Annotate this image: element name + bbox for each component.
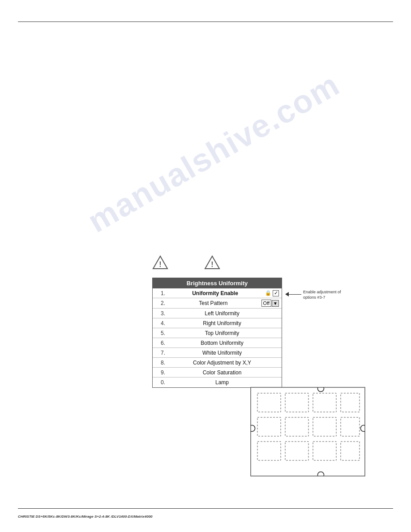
annotation: Enable adjustment of options #3-7 [285,290,341,300]
row-label-2: Test Pattern [165,300,261,306]
top-rule [18,21,393,22]
menu-row-right-uniformity: 4. Right Uniformity [153,318,282,328]
bottom-rule [18,508,393,509]
row-label-7: White Uniformity [165,350,279,356]
test-pattern-control[interactable]: Off ▼ [261,300,279,307]
row-num-4: 4. [155,320,165,326]
arrow-shaft [289,294,301,295]
row-label-8: Color Adjustment by X,Y [165,360,279,366]
warning-triangle-2: ! [204,255,220,270]
row-num-7: 7. [155,350,165,356]
row-label-3: Left Uniformity [165,310,279,317]
svg-text:!: ! [159,261,161,268]
watermark: manualshive.com [81,66,346,240]
row-label-1: Uniformity Enable [165,290,265,296]
menu-row-color-saturation: 9. Color Saturation [153,368,282,378]
menu-row-uniformity-enable: 1. Uniformity Enable 🔒 ✓ [153,288,282,298]
row-num-0: 0. [155,379,165,386]
row-label-0: Lamp [165,379,279,386]
brightness-uniformity-menu: Brightness Uniformity 1. Uniformity Enab… [152,278,282,388]
row-num-1: 1. [155,290,165,296]
row-num-6: 6. [155,340,165,346]
footer-text: CHRISTIE DS+5K/5Kc-8K/DW3-8K/Kc/Mirage S… [18,515,153,519]
warning-triangle-1: ! [152,255,168,270]
menu-row-white-uniformity: 7. White Uniformity [153,348,282,358]
menu-row-left-uniformity: 3. Left Uniformity [153,309,282,318]
row-label-9: Color Saturation [165,369,279,376]
uniformity-enable-checkbox[interactable]: ✓ [273,290,279,296]
menu-row-top-uniformity: 5. Top Uniformity [153,328,282,338]
menu-row-color-adjustment: 8. Color Adjustment by X,Y [153,358,282,368]
lock-icon: 🔒 [265,290,271,296]
menu-row-test-pattern: 2. Test Pattern Off ▼ [153,298,282,309]
row-num-9: 9. [155,369,165,376]
test-pattern-value: Off [261,300,271,307]
menu-row-bottom-uniformity: 6. Bottom Uniformity [153,338,282,348]
row-num-3: 3. [155,310,165,317]
grid-diagram [248,385,369,479]
svg-rect-4 [251,387,365,476]
uniformity-enable-control[interactable]: 🔒 ✓ [265,290,279,296]
row-label-4: Right Uniformity [165,320,279,326]
row-num-2: 2. [155,300,165,306]
svg-text:!: ! [211,261,213,268]
menu-title: Brightness Uniformity [153,278,282,288]
annotation-text: Enable adjustment of options #3-7 [303,290,341,300]
row-label-5: Top Uniformity [165,330,279,336]
test-pattern-arrow[interactable]: ▼ [272,300,279,307]
row-num-8: 8. [155,360,165,366]
warning-area: ! ! [152,255,220,270]
row-label-6: Bottom Uniformity [165,340,279,346]
arrow-head-icon [285,292,289,296]
row-num-5: 5. [155,330,165,336]
